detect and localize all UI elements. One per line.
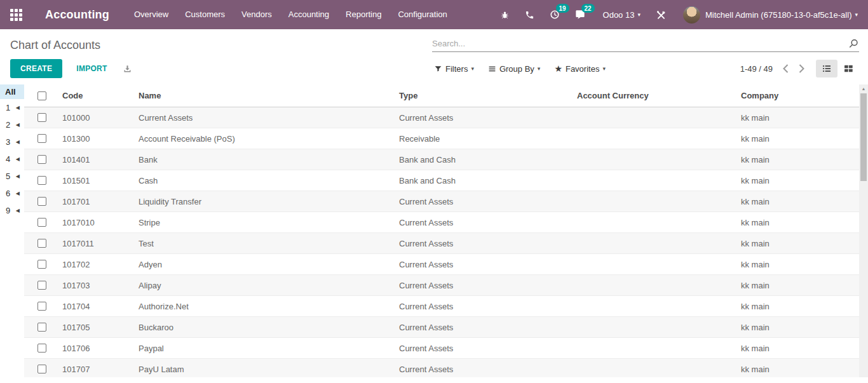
table-row[interactable]: 101300 Account Receivable (PoS) Receivab… [24, 128, 859, 149]
select-all-checkbox[interactable] [37, 91, 46, 100]
pager-previous-icon[interactable] [783, 64, 789, 73]
row-checkbox[interactable] [37, 344, 46, 353]
row-checkbox[interactable] [37, 323, 46, 332]
chevron-down-icon: ▾ [602, 65, 606, 72]
create-button[interactable]: CREATE [10, 59, 62, 78]
chevron-down-icon: ▾ [471, 65, 474, 72]
cell-code: 1017010 [60, 218, 136, 227]
cell-company: kk main [738, 113, 859, 123]
cell-company: kk main [738, 323, 859, 332]
cell-name: PayU Latam [136, 365, 397, 374]
table-row[interactable]: 101000 Current Assets Current Assets kk … [24, 107, 859, 128]
filters-dropdown[interactable]: Filters ▾ [434, 64, 474, 74]
row-checkbox[interactable] [37, 281, 46, 290]
table-row[interactable]: 101705 Buckaroo Current Assets kk main [24, 317, 859, 338]
sidebar-group-item[interactable]: 6 ◀ [0, 185, 24, 202]
column-header-name[interactable]: Name [136, 91, 397, 100]
pager-next-icon[interactable] [799, 64, 804, 73]
scroll-up-icon[interactable]: ▲ [859, 84, 868, 93]
activity-clock-icon[interactable]: 19 [550, 10, 560, 20]
sidebar-group-label: 4 [6, 151, 10, 168]
pager-range[interactable]: 1-49 / 49 [740, 64, 773, 74]
phone-icon[interactable] [525, 10, 534, 20]
row-checkbox[interactable] [37, 239, 46, 248]
cell-code: 101706 [60, 344, 136, 353]
sidebar-group-item[interactable]: 1 ◀ [0, 99, 24, 116]
sidebar-group-label: 2 [6, 116, 10, 133]
column-header-code[interactable]: Code [60, 91, 136, 100]
cell-company: kk main [738, 344, 859, 353]
app-title[interactable]: Accounting [45, 8, 109, 22]
table-row[interactable]: 101706 Paypal Current Assets kk main [24, 338, 859, 359]
search-icon[interactable] [848, 38, 859, 49]
table-row[interactable]: 1017010 Stripe Current Assets kk main [24, 212, 859, 233]
group-by-dropdown[interactable]: Group By ▾ [488, 64, 540, 74]
row-checkbox[interactable] [37, 365, 46, 373]
chevron-down-icon: ▾ [538, 65, 541, 72]
table-row[interactable]: 101703 Alipay Current Assets kk main [24, 275, 859, 296]
row-checkbox[interactable] [37, 134, 46, 143]
import-button[interactable]: IMPORT [72, 64, 111, 74]
kanban-view-button[interactable] [837, 60, 859, 77]
version-dropdown[interactable]: Odoo 13 ▾ [603, 10, 641, 20]
version-label: Odoo 13 [603, 10, 635, 20]
column-header-type[interactable]: Type [397, 91, 574, 100]
vertical-scrollbar[interactable]: ▲ [859, 84, 868, 377]
cell-company: kk main [738, 365, 859, 374]
scrollbar-thumb[interactable] [860, 93, 867, 181]
bug-icon[interactable] [500, 10, 510, 20]
favorites-dropdown[interactable]: ★ Favorites ▾ [554, 64, 606, 74]
tools-icon[interactable] [656, 10, 667, 20]
row-checkbox[interactable] [37, 302, 46, 311]
table-row[interactable]: 101401 Bank Bank and Cash kk main [24, 149, 859, 170]
cell-company: kk main [738, 260, 859, 269]
table-row[interactable]: 101501 Cash Bank and Cash kk main [24, 170, 859, 191]
menu-item[interactable]: Reporting [337, 0, 390, 29]
messages-icon[interactable]: 22 [575, 10, 585, 20]
navbar-systray: 19 22 Odoo 13 ▾ Mitchell Admin (675180-1… [485, 6, 858, 24]
sidebar-group-item[interactable]: 9 ◀ [0, 202, 24, 219]
collapse-arrow-icon: ◀ [16, 202, 20, 219]
menu-item[interactable]: Accounting [280, 0, 337, 29]
export-download-icon[interactable] [123, 64, 132, 74]
row-checkbox[interactable] [37, 260, 46, 269]
row-checkbox[interactable] [37, 113, 46, 122]
filters-label: Filters [445, 64, 468, 74]
sidebar-group-item[interactable]: 5 ◀ [0, 168, 24, 185]
column-header-company[interactable]: Company [738, 91, 859, 100]
menu-item[interactable]: Customers [177, 0, 233, 29]
row-checkbox[interactable] [37, 197, 46, 206]
collapse-arrow-icon: ◀ [16, 168, 20, 185]
control-panel: Chart of Accounts CREATE IMPORT [0, 29, 868, 78]
table-row[interactable]: 1017011 Test Current Assets kk main [24, 233, 859, 254]
search-input[interactable] [432, 37, 848, 50]
table-row[interactable]: 101702 Adyen Current Assets kk main [24, 254, 859, 275]
cell-type: Bank and Cash [397, 155, 574, 165]
table-row[interactable]: 101707 PayU Latam Current Assets kk main [24, 359, 859, 377]
sidebar-group-item[interactable]: 3 ◀ [0, 133, 24, 151]
collapse-arrow-icon: ◀ [16, 99, 20, 116]
row-checkbox[interactable] [37, 218, 46, 227]
sidebar-group-label: 5 [6, 168, 10, 185]
cell-company: kk main [738, 239, 859, 248]
menu-item[interactable]: Configuration [390, 0, 455, 29]
row-checkbox[interactable] [37, 176, 46, 185]
cell-name: Test [136, 239, 397, 248]
sidebar-group-item[interactable]: 2 ◀ [0, 116, 24, 133]
user-menu[interactable]: Mitchell Admin (675180-13-0-af5c1e-all) … [683, 6, 858, 24]
table-row[interactable]: 101701 Liquidity Transfer Current Assets… [24, 191, 859, 212]
cell-name: Stripe [136, 218, 397, 227]
cell-code: 101703 [60, 281, 136, 290]
table-row[interactable]: 101704 Authorize.Net Current Assets kk m… [24, 296, 859, 317]
sidebar-group-item[interactable]: 4 ◀ [0, 151, 24, 168]
collapse-arrow-icon: ◀ [16, 133, 20, 151]
sidebar-item-all[interactable]: All [0, 84, 24, 99]
list-view-button[interactable] [816, 60, 837, 77]
sidebar-group-label: 9 [6, 202, 10, 219]
menu-item[interactable]: Vendors [233, 0, 280, 29]
column-header-account-currency[interactable]: Account Currency [574, 91, 738, 100]
group-sidebar: All 1 ◀ 2 ◀ 3 ◀ 4 ◀ [0, 84, 24, 377]
row-checkbox[interactable] [37, 155, 46, 164]
apps-menu-icon[interactable] [10, 9, 22, 21]
menu-item[interactable]: Overview [126, 0, 177, 29]
